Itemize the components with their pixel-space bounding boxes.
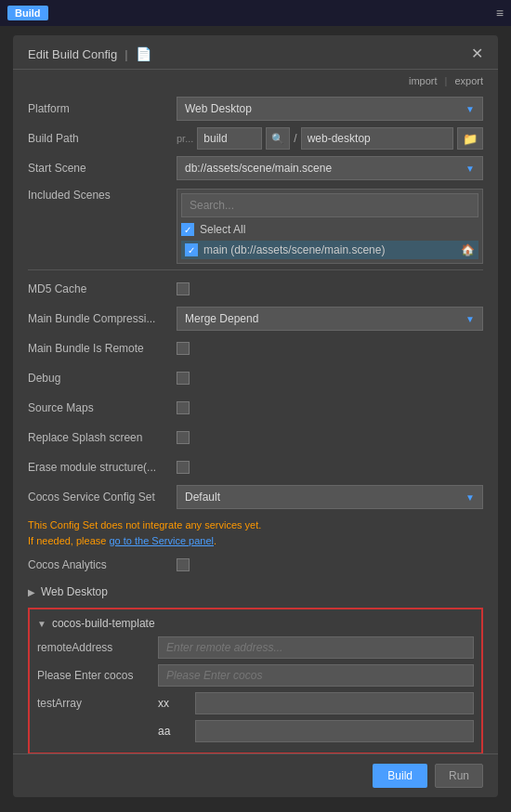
- start-scene-control: db://assets/scene/main.scene ▼: [177, 156, 483, 180]
- plugin-collapse-arrow: ▼: [37, 619, 46, 629]
- close-button[interactable]: ✕: [471, 46, 483, 61]
- test-array-xx-input[interactable]: [195, 692, 474, 714]
- form-content: Platform Web Desktop ▼ Build Path pr... …: [13, 92, 498, 753]
- warning-line2: If needed, please: [28, 535, 109, 546]
- source-maps-control: [177, 401, 483, 414]
- included-scenes-container: ✓ Select All ✓ main (db://assets/scene/m…: [177, 189, 483, 264]
- compression-select[interactable]: Merge Depend ▼: [177, 307, 483, 331]
- erase-module-checkbox[interactable]: [177, 461, 190, 474]
- scenes-search-input[interactable]: [181, 193, 478, 217]
- select-all-label: Select All: [200, 223, 245, 236]
- service-config-select[interactable]: Default ▼: [177, 485, 483, 509]
- source-maps-checkbox[interactable]: [177, 401, 190, 414]
- service-config-control: Default ▼: [177, 485, 483, 509]
- service-warning: This Config Set does not integrate any s…: [28, 514, 483, 552]
- main-bundle-compression-label: Main Bundle Compressi...: [28, 312, 177, 325]
- title-bar: Build ≡: [0, 0, 511, 26]
- web-desktop-collapse[interactable]: ▶ Web Desktop: [28, 582, 483, 602]
- md5-cache-control: [177, 282, 483, 295]
- path-search-button[interactable]: 🔍: [266, 127, 290, 150]
- build-button[interactable]: Build: [373, 764, 427, 788]
- build-path-inputs: pr... 🔍 / 📁: [177, 127, 483, 150]
- build-path-control: pr... 🔍 / 📁: [177, 127, 483, 150]
- scene-item-row[interactable]: ✓ main (db://assets/scene/main.scene) 🏠: [181, 241, 478, 259]
- plugin-section-header[interactable]: ▼ cocos-build-template: [37, 615, 474, 635]
- main-bundle-remote-row: Main Bundle Is Remote: [28, 335, 483, 361]
- analytics-control: [177, 558, 483, 571]
- platform-label: Platform: [28, 102, 177, 115]
- platform-value: Web Desktop: [185, 102, 252, 115]
- main-bundle-remote-checkbox[interactable]: [177, 342, 190, 355]
- please-enter-cocos-label: Please Enter cocos: [37, 669, 158, 682]
- start-scene-select[interactable]: db://assets/scene/main.scene ▼: [177, 156, 483, 180]
- test-array-aa-row: aa: [37, 719, 474, 743]
- path-prefix: pr...: [177, 133, 193, 144]
- erase-module-row: Erase module structure(...: [28, 454, 483, 480]
- start-scene-value: db://assets/scene/main.scene: [185, 162, 332, 175]
- erase-module-control: [177, 461, 483, 474]
- splash-screen-checkbox[interactable]: [177, 431, 190, 444]
- splash-screen-row: Replace Splash screen: [28, 425, 483, 451]
- import-link[interactable]: import: [409, 75, 438, 86]
- path-slash: /: [294, 132, 296, 145]
- debug-checkbox[interactable]: [177, 372, 190, 385]
- included-scenes-label: Included Scenes: [28, 189, 177, 202]
- web-desktop-label: Web Desktop: [41, 585, 108, 598]
- test-array-label: testArray: [37, 697, 158, 710]
- folder-name-input[interactable]: [301, 127, 453, 150]
- md5-cache-row: MD5 Cache: [28, 276, 483, 302]
- remote-address-row: remoteAddress: [37, 635, 474, 660]
- start-scene-arrow: ▼: [465, 164, 475, 174]
- platform-control: Web Desktop ▼: [177, 97, 483, 121]
- source-maps-label: Source Maps: [28, 401, 177, 414]
- run-button[interactable]: Run: [435, 764, 483, 788]
- dialog-container: Edit Build Config | 📄 ✕ import | export …: [13, 35, 498, 797]
- please-enter-cocos-row: Please Enter cocos: [37, 663, 474, 688]
- dialog-header: Edit Build Config | 📄 ✕: [13, 35, 498, 70]
- analytics-checkbox[interactable]: [177, 558, 190, 571]
- main-bundle-compression-control: Merge Depend ▼: [177, 307, 483, 331]
- dialog-title-area: Edit Build Config | 📄: [28, 46, 151, 61]
- dialog-file-icon[interactable]: 📄: [136, 46, 151, 61]
- platform-arrow: ▼: [465, 104, 475, 114]
- remote-address-input[interactable]: [158, 636, 474, 659]
- dialog-footer: Build Run: [13, 753, 498, 797]
- platform-row: Platform Web Desktop ▼: [28, 96, 483, 122]
- test-array-xx-value: xx: [158, 697, 195, 710]
- path-open-button[interactable]: 📁: [457, 127, 483, 150]
- dialog-title-text: Edit Build Config: [28, 47, 117, 61]
- service-panel-link[interactable]: go to the Service panel: [109, 535, 214, 546]
- build-path-row: Build Path pr... 🔍 / 📁: [28, 125, 483, 151]
- debug-control: [177, 372, 483, 385]
- plugin-section-name: cocos-build-template: [52, 617, 155, 630]
- select-all-row[interactable]: ✓ Select All: [181, 221, 478, 238]
- please-enter-cocos-input[interactable]: [158, 664, 474, 687]
- title-separator: |: [124, 47, 127, 61]
- select-all-checkbox[interactable]: ✓: [181, 223, 194, 236]
- test-array-aa-input[interactable]: [195, 720, 474, 742]
- md5-cache-checkbox[interactable]: [177, 282, 190, 295]
- main-bundle-compression-row: Main Bundle Compressi... Merge Depend ▼: [28, 306, 483, 332]
- plugin-section: ▼ cocos-build-template remoteAddress Ple…: [28, 608, 483, 753]
- export-link[interactable]: export: [454, 75, 483, 86]
- source-maps-row: Source Maps: [28, 395, 483, 421]
- splash-screen-label: Replace Splash screen: [28, 431, 177, 444]
- title-bar-left: Build: [7, 6, 48, 20]
- service-config-arrow: ▼: [465, 492, 475, 503]
- remote-address-label: remoteAddress: [37, 641, 158, 654]
- included-scenes-box: ✓ Select All ✓ main (db://assets/scene/m…: [177, 189, 483, 264]
- service-config-row: Cocos Service Config Set Default ▼: [28, 484, 483, 510]
- build-path-label: Build Path: [28, 132, 177, 145]
- platform-select[interactable]: Web Desktop ▼: [177, 97, 483, 121]
- separator-1: [28, 269, 483, 270]
- scene-checkbox[interactable]: ✓: [185, 243, 198, 256]
- app-title-badge: Build: [7, 6, 48, 20]
- warning-line1: This Config Set does not integrate any s…: [28, 519, 261, 530]
- build-path-input[interactable]: [197, 127, 262, 150]
- debug-label: Debug: [28, 372, 177, 385]
- md5-cache-label: MD5 Cache: [28, 282, 177, 295]
- scene-name-label: main (db://assets/scene/main.scene): [203, 243, 385, 256]
- menu-icon[interactable]: ≡: [496, 6, 504, 20]
- warning-line3: .: [214, 535, 216, 546]
- analytics-label: Cocos Analytics: [28, 558, 177, 571]
